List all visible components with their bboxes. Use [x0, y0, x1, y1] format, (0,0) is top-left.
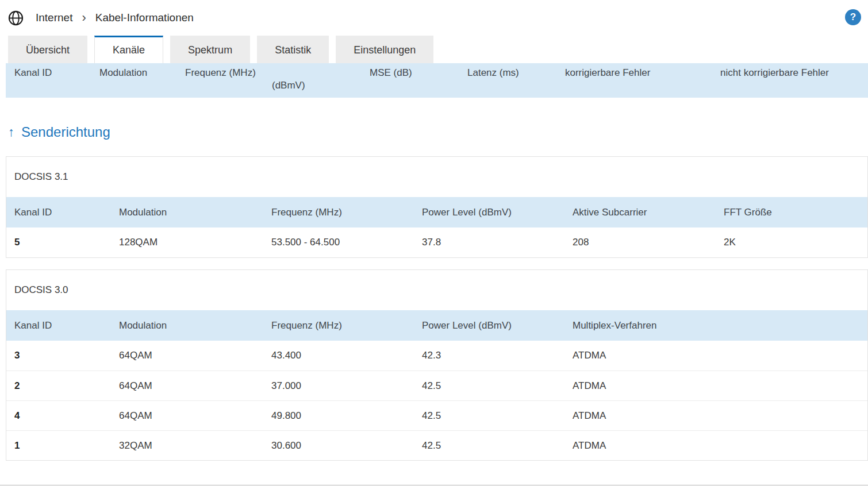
cell-multiplex: ATDMA	[573, 410, 867, 422]
column-header: FFT Größe	[724, 207, 867, 218]
cell-power-level: 42.5	[422, 440, 573, 452]
globe-icon	[8, 10, 24, 26]
column-header: Frequenz (MHz)	[271, 207, 422, 218]
column-header: Modulation	[99, 67, 185, 98]
senderichtung-title: Senderichtung	[21, 124, 110, 140]
cell-power-level: 42.5	[422, 410, 573, 422]
help-button[interactable]: ?	[845, 9, 861, 25]
divider	[0, 485, 868, 485]
breadcrumb: Internet › Kabel-Informationen	[0, 0, 868, 36]
page: Internet › Kabel-Informationen ? Übersic…	[0, 0, 868, 486]
cell-frequenz: 43.400	[271, 350, 422, 361]
column-header: nicht korrigierbare Fehler	[720, 67, 868, 98]
cell-modulation: 128QAM	[119, 237, 271, 248]
tab-bar: Übersicht Kanäle Spektrum Statistik Eins…	[0, 36, 868, 63]
cell-frequenz: 30.600	[271, 440, 422, 452]
table-row: 3 64QAM 43.400 42.3 ATDMA	[6, 341, 867, 371]
table-row: 1 32QAM 30.600 42.5 ATDMA	[6, 430, 867, 460]
column-header: Modulation	[119, 320, 271, 331]
column-header: Kanal ID	[14, 320, 119, 331]
empfangsrichtung-table-header-clipped: Kanal ID Modulation Frequenz (MHz) (dBmV…	[6, 63, 868, 98]
tab-einstellungen[interactable]: Einstellungen	[336, 36, 433, 63]
cell-modulation: 64QAM	[119, 380, 271, 392]
docsis31-header-row: Kanal ID Modulation Frequenz (MHz) Power…	[6, 197, 867, 227]
table-row: 4 64QAM 49.800 42.5 ATDMA	[6, 400, 867, 430]
column-header: Aktive Subcarrier	[573, 207, 724, 218]
table-row: 5 128QAM 53.500 - 64.500 37.8 208 2K	[6, 227, 867, 257]
column-header: Latenz (ms)	[467, 67, 565, 98]
column-header: Kanal ID	[14, 67, 99, 98]
column-header: MSE (dB)	[370, 67, 467, 98]
cell-fft: 2K	[724, 237, 867, 248]
cell-subcarrier: 208	[573, 237, 724, 248]
collapse-arrow-icon: ↑	[8, 125, 14, 140]
docsis30-table: DOCSIS 3.0 Kanal ID Modulation Frequenz …	[6, 269, 868, 461]
tab-statistik[interactable]: Statistik	[257, 36, 329, 63]
docsis30-title: DOCSIS 3.0	[6, 270, 867, 310]
table-row: 2 64QAM 37.000 42.5 ATDMA	[6, 371, 867, 400]
cell-frequenz: 53.500 - 64.500	[271, 237, 422, 248]
cell-power-level: 42.3	[422, 350, 573, 361]
cell-modulation: 32QAM	[119, 440, 271, 452]
breadcrumb-section[interactable]: Internet	[36, 11, 72, 24]
docsis30-header-row: Kanal ID Modulation Frequenz (MHz) Power…	[6, 310, 867, 341]
column-header: (dBmV)	[272, 67, 370, 98]
docsis31-title: DOCSIS 3.1	[6, 157, 867, 197]
column-header: Power Level (dBmV)	[422, 207, 573, 218]
cell-power-level: 37.8	[422, 237, 573, 248]
cell-kanal-id: 4	[14, 410, 119, 422]
column-header: Kanal ID	[14, 207, 119, 218]
cell-frequenz: 37.000	[271, 380, 422, 392]
tab-kanaele[interactable]: Kanäle	[94, 36, 163, 63]
senderichtung-heading[interactable]: ↑ Senderichtung	[8, 124, 868, 140]
cell-kanal-id: 5	[14, 237, 119, 248]
column-header: Multiplex-Verfahren	[573, 320, 867, 331]
tab-spektrum[interactable]: Spektrum	[170, 36, 250, 63]
cell-power-level: 42.5	[422, 380, 573, 392]
cell-multiplex: ATDMA	[573, 440, 867, 452]
column-header: Modulation	[119, 207, 271, 218]
page-title: Kabel-Informationen	[95, 11, 194, 24]
column-header: Frequenz (MHz)	[271, 320, 422, 331]
cell-kanal-id: 1	[14, 440, 119, 452]
column-header: Frequenz (MHz)	[185, 67, 272, 98]
cell-modulation: 64QAM	[119, 410, 271, 422]
docsis31-table: DOCSIS 3.1 Kanal ID Modulation Frequenz …	[6, 156, 868, 258]
cell-kanal-id: 2	[14, 380, 119, 392]
tab-uebersicht[interactable]: Übersicht	[8, 36, 87, 63]
cell-modulation: 64QAM	[119, 350, 271, 361]
cell-kanal-id: 3	[14, 350, 119, 361]
cell-frequenz: 49.800	[271, 410, 422, 422]
column-header: korrigierbare Fehler	[565, 67, 720, 98]
chevron-right-icon: ›	[82, 11, 86, 24]
cell-multiplex: ATDMA	[573, 380, 867, 392]
cell-multiplex: ATDMA	[573, 350, 867, 361]
column-header: Power Level (dBmV)	[422, 320, 573, 331]
